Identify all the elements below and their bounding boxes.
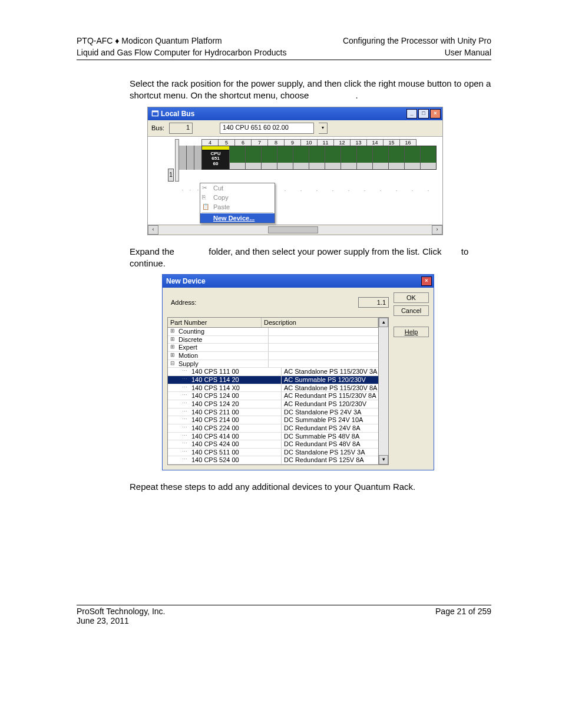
tree-item[interactable]: 140 CPS 224 00DC Redundant PS 24V 8A (168, 424, 378, 433)
scroll-up-button[interactable]: ▴ (379, 318, 388, 327)
rack-slot[interactable] (230, 146, 246, 169)
tree-item[interactable]: 140 CPS 111 00AC Standalone PS 115/230V … (168, 368, 378, 376)
slot-number: 9 (284, 139, 301, 146)
cpu-select[interactable]: 140 CPU 651 60 02.00 (220, 123, 314, 134)
col-part-number[interactable]: Part Number (168, 318, 262, 327)
rack-slot[interactable] (262, 146, 277, 169)
header-left-2: Liquid and Gas Flow Computer for Hydroca… (77, 47, 286, 59)
slot-number: 16 (399, 139, 416, 146)
close-button[interactable]: × (430, 109, 441, 118)
rack-slot[interactable] (373, 146, 389, 169)
slot-number: 6 (234, 139, 252, 146)
rack-slot[interactable] (246, 146, 262, 169)
rack-slot[interactable] (389, 146, 405, 169)
rack-connector (175, 139, 179, 182)
menu-copy[interactable]: ⎘Copy (200, 193, 275, 202)
rack-slot[interactable] (405, 146, 421, 169)
screenshot-new-device-dialog: New Device × Address: 1.1 Part Number De… (162, 274, 434, 470)
tree-item[interactable]: 140 CPS 114 20AC Summable PS 120/230V (168, 376, 378, 384)
window-titlebar[interactable]: 🗔 Local Bus _ □ × (148, 107, 442, 120)
slot-spacer (187, 146, 194, 170)
tree-item[interactable]: 140 CPS 511 00DC Standalone PS 125V 3A (168, 449, 378, 457)
cancel-button[interactable]: Cancel (394, 305, 429, 316)
rack-slot[interactable] (293, 146, 309, 169)
address-field[interactable]: 1.1 (358, 297, 389, 308)
context-menu[interactable]: ✂Cut ⎘Copy 📋Paste New Device... (200, 183, 275, 223)
col-description[interactable]: Description (262, 318, 378, 327)
tree-item[interactable]: 140 CPS 524 00DC Redundant PS 125V 8A (168, 456, 378, 465)
tree-item[interactable]: 140 CPS 211 00DC Standalone PS 24V 3A (168, 409, 378, 417)
header-right-1: Configuring the Processor with Unity Pro (343, 35, 491, 47)
tree-item[interactable]: 140 CPS 114 X0AC Standalone PS 115/230V … (168, 384, 378, 393)
tree-category[interactable]: Counting (168, 328, 378, 336)
tree-category[interactable]: Supply (168, 360, 378, 368)
menu-cut[interactable]: ✂Cut (200, 183, 275, 193)
tree-item[interactable]: 140 CPS 124 20AC Redundant PS 120/230V (168, 400, 378, 409)
footer-company: ProSoft Technology, Inc. (77, 607, 165, 616)
menu-new-device[interactable]: New Device... (200, 213, 275, 223)
slot-number: 11 (317, 139, 334, 146)
address-label: Address: (171, 299, 196, 306)
dialog-title: New Device (166, 277, 421, 285)
slot-number: 8 (267, 139, 285, 146)
paste-icon: 📋 (202, 203, 209, 210)
help-button[interactable]: Help (394, 327, 429, 337)
device-list-grid[interactable]: Part Number Description CountingDiscrete… (167, 317, 379, 465)
bus-toolbar: Bus: 1 140 CPU 651 60 02.00▾ (148, 120, 442, 137)
dialog-close-button[interactable]: × (421, 276, 432, 286)
rack-slot[interactable] (325, 146, 341, 169)
rack-slot[interactable] (309, 146, 325, 169)
slot-number: 15 (383, 139, 400, 146)
bus-number-field[interactable]: 1 (169, 123, 193, 134)
slot-numbers: 45678910111213141516 (201, 139, 437, 146)
window-title: Local Bus (161, 110, 406, 118)
rack-slot[interactable] (277, 146, 293, 169)
horizontal-scrollbar[interactable]: ‹ › (148, 225, 442, 235)
tree-item[interactable]: 140 CPS 424 00DC Redundant PS 48V 8A (168, 440, 378, 449)
header-left-1: PTQ-AFC ♦ Modicon Quantum Platform (77, 35, 286, 47)
tree-item[interactable]: 140 CPS 414 00DC Summable PS 48V 8A (168, 433, 378, 441)
vertical-scrollbar[interactable]: ▴ ▾ (379, 317, 389, 465)
slot-number: 12 (333, 139, 351, 146)
maximize-button[interactable]: □ (418, 109, 429, 118)
slot-spacer (179, 146, 187, 170)
paragraph-2: Expand the folder, and then select your … (130, 246, 491, 270)
menu-paste[interactable]: 📋Paste (200, 202, 275, 212)
tree-category[interactable]: Expert (168, 344, 378, 352)
tree-category[interactable]: Discrete (168, 336, 378, 344)
rack-slots[interactable]: CPU65160 (201, 146, 437, 170)
copy-icon: ⎘ (202, 194, 206, 200)
scroll-down-button[interactable]: ▾ (379, 455, 388, 465)
paragraph-3: Repeat these steps to add any additional… (130, 481, 491, 493)
page-footer: ProSoft Technology, Inc. June 23, 2011 P… (77, 605, 491, 625)
tree-category[interactable]: Motion (168, 352, 378, 360)
dialog-titlebar[interactable]: New Device × (163, 275, 434, 288)
tree-item[interactable]: 140 CPS 214 00DC Summable PS 24V 10A (168, 416, 378, 424)
screenshot-local-bus: 🗔 Local Bus _ □ × Bus: 1 140 CPU 651 60 … (147, 107, 443, 235)
slot-number: 7 (251, 139, 268, 146)
rack-slot[interactable] (421, 146, 436, 169)
cpu-select-dropdown[interactable]: ▾ (319, 123, 328, 134)
scroll-thumb[interactable] (268, 226, 319, 233)
header-right-2: User Manual (343, 47, 491, 59)
slot-spacer (194, 146, 201, 170)
app-icon: 🗔 (151, 110, 158, 118)
footer-page: Page 21 of 259 (435, 607, 491, 625)
slot-number: 10 (300, 139, 318, 146)
minimize-button[interactable]: _ (406, 109, 417, 118)
paragraph-1: Select the rack position for the power s… (130, 78, 491, 102)
bus-label: Bus: (151, 124, 164, 131)
rack-slot[interactable] (357, 146, 373, 169)
cpu-module[interactable]: CPU65160 (202, 146, 230, 169)
rack-slot[interactable] (341, 146, 357, 169)
footer-date: June 23, 2011 (77, 616, 165, 625)
slot-number: 4 (201, 139, 219, 146)
ok-button[interactable]: OK (394, 292, 429, 303)
slot-number: 5 (218, 139, 235, 146)
rack-id-tab[interactable]: 1 (168, 169, 174, 182)
cut-icon: ✂ (202, 185, 207, 191)
scroll-right-button[interactable]: › (432, 225, 442, 235)
tree-item[interactable]: 140 CPS 124 00AC Redundant PS 115/230V 8… (168, 392, 378, 400)
scroll-left-button[interactable]: ‹ (148, 225, 158, 235)
cpu-label: CPU65160 (202, 150, 229, 169)
